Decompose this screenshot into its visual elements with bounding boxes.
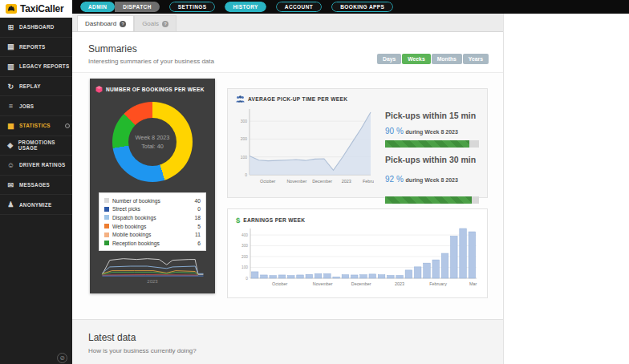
- nav-button-booking-apps[interactable]: BOOKING APPS: [331, 2, 393, 12]
- svg-text:November: November: [286, 179, 306, 184]
- bookings-panel: NUMBER OF BOOKINGS PER WEEK Week 8 2023 …: [90, 79, 215, 293]
- legend-value: 11: [195, 232, 201, 237]
- taxi-logo-icon: [6, 4, 17, 14]
- svg-text:December: December: [351, 281, 371, 286]
- pickup-stat-percent: 90 %: [385, 127, 406, 135]
- sidebar-item-messages[interactable]: ✉MESSAGES: [0, 176, 72, 196]
- legend-label: Number of bookings: [112, 198, 160, 204]
- sidebar-item-label: JOBS: [19, 103, 34, 109]
- legend-label: Web bookings: [112, 224, 146, 229]
- legend-row: Number of bookings40: [104, 196, 201, 205]
- notification-dot: [65, 123, 70, 128]
- pickup-progress-bar: [385, 140, 479, 148]
- sidebar-item-label: STATISTICS: [19, 123, 51, 128]
- pickup-progress-fill: [385, 140, 469, 148]
- donut-center-total: Total: 40: [141, 143, 164, 150]
- svg-text:0: 0: [246, 277, 248, 281]
- right-empty-area: [503, 14, 629, 364]
- pickup-progress-bar: [385, 196, 479, 204]
- pickup-stat-title: Pick-ups within 30 min: [385, 155, 479, 164]
- sidebar-item-dashboard[interactable]: ⊞DASHBOARD: [0, 18, 72, 38]
- bookings-panel-title: NUMBER OF BOOKINGS PER WEEK: [106, 87, 205, 92]
- svg-text:100: 100: [241, 265, 248, 269]
- donut-center: Week 8 2023 Total: 40: [128, 118, 177, 166]
- pickup-stat-value-line: 90 % during Week 8 2023: [385, 123, 479, 137]
- pickup-stat-1: Pick-ups within 15 min90 % during Week 8…: [385, 111, 479, 148]
- svg-text:200: 200: [241, 136, 248, 141]
- tab-dashboard[interactable]: Dashboard?: [77, 15, 134, 31]
- svg-text:2023: 2023: [342, 179, 351, 184]
- nav-button-settings[interactable]: SETTINGS: [169, 2, 216, 12]
- sidebar-item-replay[interactable]: ↻REPLAY: [0, 77, 72, 97]
- sidebar-item-anonymize[interactable]: ♟ANONYMIZE: [0, 195, 72, 215]
- legend-label: Reception bookings: [112, 241, 160, 246]
- sidebar-item-label: DASHBOARD: [19, 24, 55, 30]
- summaries-subtitle: Interesting summaries of your business d…: [88, 58, 214, 65]
- envelope-icon: ✉: [6, 181, 15, 189]
- app-logo[interactable]: TaxiCaller: [0, 0, 72, 18]
- sidebar: ⊞DASHBOARD▤REPORTS▥LEGACY REPORTS↻REPLAY…: [0, 18, 72, 364]
- svg-text:October: October: [260, 179, 275, 184]
- nav-button-account[interactable]: ACCOUNT: [276, 2, 322, 12]
- sidebar-item-statistics[interactable]: ▦STATISTICS: [0, 116, 72, 136]
- tab-help-badge[interactable]: ?: [120, 21, 126, 27]
- svg-text:200: 200: [241, 255, 248, 259]
- sidebar-item-jobs[interactable]: ≡JOBS: [0, 96, 72, 116]
- sidebar-item-label: LEGACY REPORTS: [19, 63, 70, 69]
- nav-button-dispatch[interactable]: DISPATCH: [115, 2, 159, 12]
- bookings-legend: Number of bookings40Street picks0Dispatc…: [99, 192, 206, 251]
- person-icon: ♟: [6, 200, 15, 208]
- cube-icon: [95, 86, 103, 93]
- pickup-line-chart[interactable]: 0100200300OctoberNovemberDecember2023Feb…: [236, 106, 374, 211]
- legend-swatch: [104, 215, 109, 220]
- sidebar-collapse-button[interactable]: ⊘: [57, 353, 67, 363]
- pickup-panel-header: AVERAGE PICK-UP TIME PER WEEK: [236, 95, 479, 103]
- nav-button-admin[interactable]: ADMIN: [80, 2, 115, 12]
- sidebar-item-legacy-reports[interactable]: ▥LEGACY REPORTS: [0, 57, 72, 77]
- sidebar-item-driver-ratings[interactable]: ☺DRIVER RATINGS: [0, 156, 72, 176]
- pickup-panel: AVERAGE PICK-UP TIME PER WEEK 0100200300…: [227, 88, 488, 198]
- period-button-years[interactable]: Years: [463, 54, 489, 64]
- layers-icon: ≡: [6, 102, 15, 110]
- bookings-donut-chart[interactable]: Week 8 2023 Total: 40: [112, 102, 193, 182]
- nav-button-history[interactable]: HISTORY: [225, 2, 266, 12]
- sparkline-chart: [96, 255, 209, 277]
- pickup-progress-fill: [385, 196, 472, 204]
- legend-value: 18: [195, 215, 201, 220]
- earnings-panel-title: EARNINGS PER WEEK: [243, 217, 305, 223]
- period-button-months[interactable]: Months: [432, 54, 462, 64]
- latest-data-subtitle: How is your business currently doing?: [88, 347, 503, 354]
- bookings-panel-header: NUMBER OF BOOKINGS PER WEEK: [95, 86, 209, 93]
- pickup-stat-2: Pick-ups within 30 min92 % during Week 8…: [385, 155, 479, 204]
- svg-text:2023: 2023: [395, 281, 404, 286]
- latest-data-section: Latest data How is your business current…: [72, 319, 503, 364]
- pickup-stats: Pick-ups within 15 min90 % during Week 8…: [374, 106, 479, 211]
- legend-row: Mobile bookings11: [104, 230, 201, 239]
- legend-swatch: [104, 224, 109, 229]
- replay-icon: ↻: [6, 83, 15, 91]
- pickup-stat-value-line: 92 % during Week 8 2023: [385, 171, 479, 185]
- svg-text:October: October: [272, 281, 287, 286]
- chart-icon: ▦: [6, 122, 15, 130]
- tab-goals[interactable]: Goals?: [134, 15, 177, 31]
- pickup-stat-period: during Week 8 2023: [406, 129, 458, 135]
- legend-value: 5: [197, 224, 201, 229]
- svg-text:Mar: Mar: [469, 281, 477, 286]
- sidebar-item-promotions-usage[interactable]: ◈PROMOTIONS USAGE: [0, 136, 72, 156]
- legend-label: Dispatch bookings: [112, 215, 156, 220]
- legend-row: Web bookings5: [104, 222, 201, 231]
- smiley-icon: ☺: [6, 161, 15, 169]
- tab-label: Dashboard: [85, 20, 116, 27]
- pickup-stat-period: during Week 8 2023: [406, 177, 458, 183]
- sidebar-item-reports[interactable]: ▤REPORTS: [0, 38, 72, 58]
- pickup-stat-percent: 92 %: [385, 175, 406, 184]
- period-button-weeks[interactable]: Weeks: [402, 54, 430, 64]
- sidebar-item-label: REPORTS: [19, 44, 46, 50]
- pickup-panel-title: AVERAGE PICK-UP TIME PER WEEK: [248, 96, 347, 102]
- legend-row: Street picks0: [104, 205, 201, 214]
- svg-text:November: November: [313, 281, 333, 286]
- tab-help-badge[interactable]: ?: [162, 21, 168, 27]
- period-button-days[interactable]: Days: [377, 54, 401, 64]
- report-icon: ▤: [6, 42, 15, 51]
- earnings-bar-chart[interactable]: 0100200300400OctoberNovemberDecember2023…: [236, 224, 479, 292]
